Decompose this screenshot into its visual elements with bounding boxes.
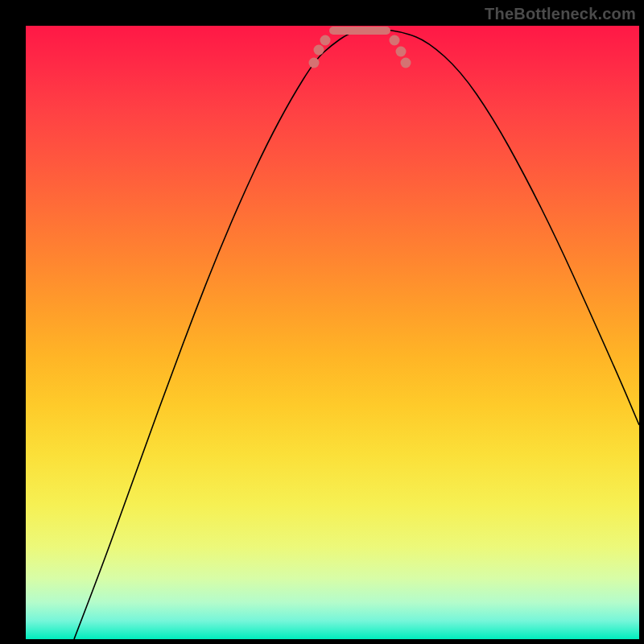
- bottleneck-curve: [74, 29, 639, 639]
- curve-layer: [26, 26, 639, 639]
- highlight-marker: [309, 58, 320, 68]
- highlight-marker: [390, 35, 400, 46]
- plot-area: [26, 26, 639, 639]
- highlight-marker: [401, 58, 411, 68]
- highlight-marker: [314, 45, 324, 56]
- watermark-text: TheBottleneck.com: [485, 5, 636, 23]
- highlight-marker: [320, 35, 331, 46]
- highlight-marker: [396, 47, 407, 57]
- chart-frame: TheBottleneck.com: [0, 0, 644, 644]
